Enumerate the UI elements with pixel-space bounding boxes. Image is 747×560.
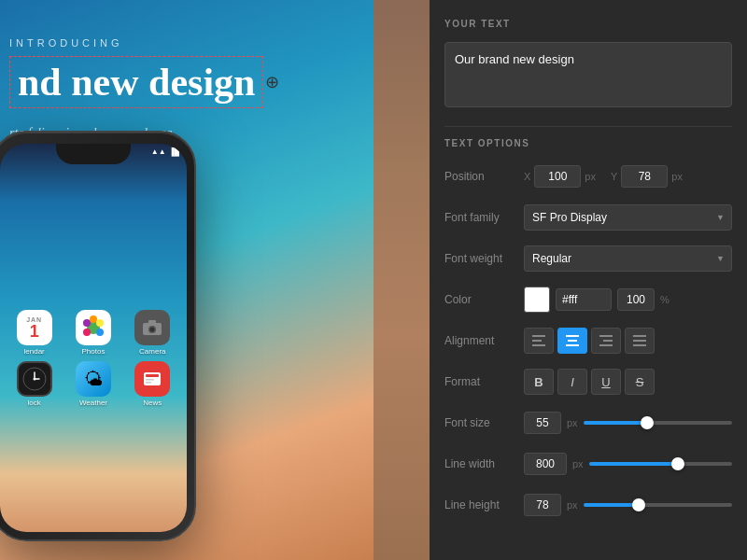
line-height-slider[interactable] xyxy=(584,503,732,507)
color-row: Color % xyxy=(444,285,732,315)
your-text-section: YOUR TEXT Our brand new design xyxy=(444,19,732,111)
clock-label: lock xyxy=(28,399,41,407)
color-hex-input[interactable] xyxy=(556,288,612,311)
font-family-label: Font family xyxy=(444,211,524,224)
color-controls: % xyxy=(524,287,732,313)
format-buttons: B I U S xyxy=(524,369,655,395)
underline-button[interactable]: U xyxy=(591,369,621,395)
format-label: Format xyxy=(444,375,524,388)
app-icon-clock: lock xyxy=(7,361,61,407)
alignment-label: Alignment xyxy=(444,334,524,347)
headline-text: nd new design xyxy=(18,61,255,104)
position-row: Position X px Y px xyxy=(444,161,732,191)
x-input[interactable] xyxy=(534,165,581,188)
svg-rect-29 xyxy=(633,335,646,337)
line-height-row: Line height px xyxy=(444,490,732,520)
svg-point-6 xyxy=(83,319,91,327)
line-height-controls: px xyxy=(524,494,732,516)
wifi-icon: ▲▲ xyxy=(151,147,166,156)
phone-notch xyxy=(56,144,131,164)
svg-rect-18 xyxy=(146,379,154,381)
svg-rect-20 xyxy=(532,335,545,337)
font-weight-dropdown[interactable]: Thin Light Regular Medium Bold Black xyxy=(524,245,732,272)
canvas-panel: INTRODUCING nd new design ⊕ rta felis eu… xyxy=(0,0,430,560)
align-justify-button[interactable] xyxy=(625,328,655,354)
calendar-icon: JAN1 xyxy=(17,310,52,345)
controls-panel: YOUR TEXT Our brand new design TEXT OPTI… xyxy=(430,0,747,560)
font-size-slider[interactable] xyxy=(584,421,732,425)
opacity-input[interactable] xyxy=(617,288,655,311)
photos-icon xyxy=(76,310,111,345)
app-icon-camera: Camera xyxy=(126,310,179,356)
align-left-button[interactable] xyxy=(524,328,554,354)
format-row: Format B I U S xyxy=(444,367,732,397)
text-input[interactable]: Our brand new design xyxy=(444,42,732,107)
svg-point-3 xyxy=(96,329,104,336)
text-options-label: TEXT OPTIONS xyxy=(444,138,732,148)
font-family-row: Font family SF Pro Display Helvetica Neu… xyxy=(444,203,732,232)
opacity-unit: % xyxy=(660,294,669,305)
y-input[interactable] xyxy=(621,165,668,188)
font-weight-row: Font weight Thin Light Regular Medium Bo… xyxy=(444,244,732,273)
align-right-button[interactable] xyxy=(591,328,621,354)
position-inputs: X px Y px xyxy=(524,165,732,188)
color-swatch[interactable] xyxy=(524,287,550,313)
line-width-controls: px xyxy=(524,453,732,475)
app-icon-weather: 🌤 Weather xyxy=(66,361,120,407)
headline-selection-box[interactable]: nd new design ⊕ xyxy=(9,56,263,108)
camera-icon xyxy=(134,310,170,345)
svg-rect-22 xyxy=(532,344,545,346)
alignment-row: Alignment xyxy=(444,326,732,356)
battery-icon: ▐█ xyxy=(169,147,179,156)
your-text-label: YOUR TEXT xyxy=(444,19,732,29)
font-size-input[interactable] xyxy=(524,412,561,434)
line-height-unit: px xyxy=(567,499,578,511)
rocky-background xyxy=(374,0,430,560)
svg-rect-10 xyxy=(148,320,156,324)
app-grid: JAN1 lendar Photos Camera xyxy=(7,310,179,407)
svg-point-4 xyxy=(83,329,91,336)
app-icon-news: News xyxy=(126,361,179,407)
line-width-label: Line width xyxy=(444,457,524,470)
phone-mockup: ▲▲ ▐█ JAN1 lendar Photos xyxy=(0,121,233,560)
svg-rect-24 xyxy=(568,340,577,342)
weather-label: Weather xyxy=(79,399,107,407)
font-family-select[interactable]: SF Pro Display Helvetica Neue Georgia Ar… xyxy=(524,204,732,231)
news-label: News xyxy=(143,399,162,407)
x-label: X xyxy=(524,171,530,182)
font-family-dropdown[interactable]: SF Pro Display Helvetica Neue Georgia Ar… xyxy=(524,204,732,231)
font-weight-label: Font weight xyxy=(444,252,524,265)
svg-rect-28 xyxy=(599,344,613,346)
line-width-input[interactable] xyxy=(524,453,567,475)
line-width-slider[interactable] xyxy=(589,462,732,466)
align-center-button[interactable] xyxy=(557,328,587,354)
svg-rect-27 xyxy=(603,340,613,342)
font-size-label: Font size xyxy=(444,416,524,429)
italic-button[interactable]: I xyxy=(557,369,587,395)
text-options-section: TEXT OPTIONS Position X px Y px Font fam… xyxy=(444,138,732,520)
line-height-input[interactable] xyxy=(524,494,561,516)
strikethrough-button[interactable]: S xyxy=(625,369,655,395)
position-label: Position xyxy=(444,170,524,183)
svg-point-5 xyxy=(96,319,104,327)
svg-rect-26 xyxy=(599,335,613,337)
line-width-unit: px xyxy=(572,458,584,469)
bold-button[interactable]: B xyxy=(524,369,554,395)
font-size-unit: px xyxy=(567,417,578,428)
svg-rect-30 xyxy=(633,340,646,342)
phone-screen: ▲▲ ▐█ JAN1 lendar Photos xyxy=(0,144,187,532)
alignment-buttons xyxy=(524,328,655,354)
photos-label: Photos xyxy=(82,347,106,356)
svg-rect-21 xyxy=(532,340,542,342)
font-weight-select[interactable]: Thin Light Regular Medium Bold Black xyxy=(524,245,732,272)
svg-point-15 xyxy=(33,378,35,381)
font-size-controls: px xyxy=(524,412,732,434)
y-unit: px xyxy=(671,171,683,182)
svg-rect-31 xyxy=(633,344,646,346)
x-unit: px xyxy=(585,171,596,182)
svg-rect-17 xyxy=(146,374,159,377)
y-label: Y xyxy=(611,171,617,182)
news-icon xyxy=(134,361,170,397)
x-position-group: X px xyxy=(524,165,596,188)
calendar-label: lendar xyxy=(24,347,45,356)
